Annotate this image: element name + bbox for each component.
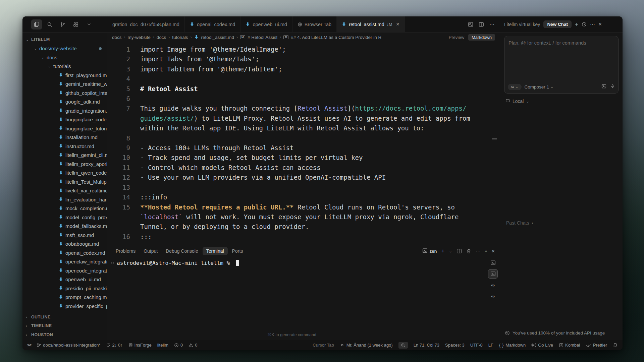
file-tree-item[interactable]: mock_completion.md	[22, 204, 107, 213]
status-item[interactable]	[398, 342, 408, 349]
status-item-utf-8[interactable]: UTF-8	[470, 343, 483, 348]
editor-tab[interactable]: openai_codex.md	[185, 16, 240, 32]
chat-tab-previous[interactable]: Litellm virtual key	[504, 22, 540, 27]
status-item-spaces-3[interactable]: Spaces: 3	[445, 343, 465, 348]
chat-history-icon[interactable]	[582, 22, 587, 27]
file-tree-item[interactable]: prompt_caching.md	[22, 293, 107, 302]
file-tree-item[interactable]: google_adk.md	[22, 98, 107, 107]
extensions-icon[interactable]	[70, 19, 81, 29]
status-item-docs-retool-assist-integ[interactable]: docs/retool-assist-integration*	[37, 343, 100, 348]
status-item-2-0-[interactable]: 2↓ 0↑	[106, 343, 122, 348]
chevron-down-icon[interactable]	[84, 19, 94, 29]
sidebar-project-header[interactable]: ⌄ LITELLM	[22, 35, 107, 44]
editor-tab[interactable]: retool_assist.md↓M✕	[337, 16, 405, 32]
file-tree-item[interactable]: litellm_proxy_aporia.md	[22, 160, 107, 169]
status-item[interactable]	[613, 343, 618, 348]
file-tree-item[interactable]: msft_sso.md	[22, 231, 107, 240]
file-tree-item[interactable]: gradio_integration.md	[22, 106, 107, 115]
breadcrumb-file[interactable]: retool_assist.md	[201, 35, 234, 40]
maximize-panel-icon[interactable]: ˄	[485, 249, 487, 253]
panel-tab-output[interactable]: Output	[140, 247, 161, 255]
tree-item-docs[interactable]: ⌄ docs	[22, 53, 107, 62]
status-item-markdown[interactable]: { }Markdown	[499, 343, 526, 348]
shell-chip[interactable]: zsh	[422, 248, 437, 254]
breadcrumb-anchor[interactable]: # Retool Assist	[248, 35, 277, 40]
open-preview-icon[interactable]	[468, 22, 473, 27]
file-tree-item[interactable]: livekit_xai_realtime.md	[22, 186, 107, 195]
breadcrumb-item[interactable]: tutorials	[172, 35, 188, 40]
panel-tab-ports[interactable]: Ports	[228, 247, 247, 255]
terminal-dropdown-icon[interactable]: ⌄	[449, 249, 452, 253]
status-item-kombai[interactable]: Kombai	[559, 343, 580, 348]
status-item-mr-nand-1-week-ago-[interactable]: Mr. Ånand (1 week ago)	[340, 343, 393, 348]
terminal-icon[interactable]	[488, 258, 497, 267]
file-tree-item[interactable]: openweb_ui.md	[22, 275, 107, 284]
status-item-insforge[interactable]: InsForge	[128, 343, 152, 348]
status-item-lf[interactable]: LF	[488, 343, 493, 348]
terminal-prompt-line[interactable]: astrodevil@Astro-Mac-mini litellm %	[107, 257, 500, 266]
file-tree-item[interactable]: litellm_Test_Multiple_Pr...	[22, 177, 107, 186]
preview-button[interactable]: Preview	[449, 35, 464, 40]
panel-tab-problems[interactable]: Problems	[112, 247, 139, 255]
file-tree-item[interactable]: huggingface_codellama...	[22, 115, 107, 124]
breadcrumb-item[interactable]: my-website	[128, 35, 151, 40]
chat-input-box[interactable]: Plan, @ for context, / for commands ∞ ⌄ …	[504, 36, 619, 94]
editor-tab[interactable]: gration_doc_d075fd58.plan.md	[107, 16, 185, 32]
split-editor-icon[interactable]	[479, 22, 484, 27]
terminal-icon[interactable]	[488, 269, 497, 278]
source-control-icon[interactable]	[57, 19, 68, 29]
status-item-0[interactable]: 0	[189, 343, 197, 348]
close-panel-icon[interactable]: ✕	[491, 249, 495, 254]
file-tree-item[interactable]: litellm_gemini_cli.md	[22, 151, 107, 160]
file-tree-item[interactable]: model_fallbacks.md	[22, 222, 107, 231]
infinity-icon[interactable]: ∞	[488, 281, 497, 289]
split-terminal-icon[interactable]	[457, 248, 462, 254]
file-tree-item[interactable]: huggingface_tutorial.md	[22, 124, 107, 133]
status-item-0[interactable]: 0	[174, 343, 183, 348]
status-item[interactable]: ><	[27, 343, 31, 348]
breadcrumb-item[interactable]: docs	[157, 35, 166, 40]
status-item-litellm[interactable]: litellm	[157, 343, 168, 348]
microphone-icon[interactable]	[610, 84, 615, 90]
file-tree-item[interactable]: litellm_qwen_code_cli.md	[22, 169, 107, 178]
file-tree-item[interactable]: model_config_proxy.md	[22, 213, 107, 222]
search-icon[interactable]	[44, 19, 55, 29]
file-tree-item[interactable]: github_copilot_integrati...	[22, 88, 107, 98]
scrollbar-marker[interactable]	[492, 138, 497, 139]
panel-tab-terminal[interactable]: Terminal	[203, 247, 228, 255]
file-tree-item[interactable]: installation.md	[22, 133, 107, 142]
new-terminal-icon[interactable]: +	[441, 248, 445, 254]
new-chat-plus-icon[interactable]: +	[575, 21, 578, 28]
chat-tab-new-chat[interactable]: New Chat	[543, 20, 572, 28]
file-tree-item[interactable]: gemini_realtime_with_a...	[22, 80, 107, 89]
environment-selector[interactable]: Local ⌄	[504, 99, 619, 104]
sidebar-section-timeline[interactable]: ›TIMELINE	[22, 321, 107, 330]
file-tree-item[interactable]: openclaw_integration.md	[22, 257, 107, 266]
more-actions-icon[interactable]: ⋯	[489, 21, 494, 27]
file-tree-item[interactable]: opencode_integration.md	[22, 266, 107, 275]
file-tree-item[interactable]: oobabooga.md	[22, 240, 107, 249]
files-icon[interactable]	[31, 19, 42, 29]
sidebar-section-outline[interactable]: ›OUTLINE	[22, 313, 107, 322]
file-tree-item[interactable]: first_playground.md	[22, 71, 107, 80]
past-chats-link[interactable]: Past Chats ›	[506, 220, 533, 226]
attach-image-icon[interactable]	[601, 84, 607, 90]
status-item-ln-71-col-73[interactable]: Ln 71, Col 73	[414, 343, 439, 348]
chat-close-icon[interactable]: ✕	[598, 22, 602, 27]
panel-tab-debug-console[interactable]: Debug Console	[162, 247, 202, 255]
status-item-go-live[interactable]: Go Live	[531, 343, 553, 348]
kill-terminal-icon[interactable]	[466, 249, 471, 254]
code-editor[interactable]: 1import Image from '@theme/IdealImage';2…	[107, 42, 500, 245]
panel-more-icon[interactable]: ⋯	[476, 248, 481, 254]
file-tree-item[interactable]: openai_codex.md	[22, 248, 107, 257]
infinity-icon[interactable]: ∞	[488, 292, 497, 300]
editor-tab[interactable]: Browser Tab	[292, 16, 337, 32]
model-selector[interactable]: Composer 1 ⌄	[525, 84, 554, 89]
markdown-mode-button[interactable]: Markdown	[468, 34, 495, 41]
file-tree-item[interactable]: instructor.md	[22, 142, 107, 151]
breadcrumb-item[interactable]: docs	[112, 35, 122, 40]
tree-item-tutorials[interactable]: ⌄ tutorials	[22, 62, 107, 71]
file-tree-item[interactable]: provider_specific_para...	[22, 302, 107, 311]
status-item-cursor-tab[interactable]: Cursor Tab	[313, 343, 334, 348]
agent-mode-pill[interactable]: ∞ ⌄	[508, 84, 522, 90]
